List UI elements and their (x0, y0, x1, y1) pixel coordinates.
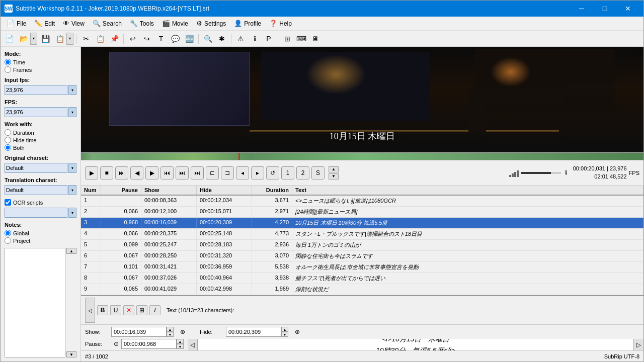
show-spin-up[interactable]: ▲ (167, 327, 174, 332)
toolbar-info[interactable]: ℹ (248, 33, 261, 45)
text-content-display[interactable]: <i>10月15日 木曜日 10時30分 気温5.5度</i> (198, 339, 633, 350)
notes-project-radio[interactable] (5, 237, 11, 244)
hide-icon[interactable]: ⊕ (292, 327, 302, 337)
toolbar-warning[interactable]: ⚠ (234, 33, 247, 45)
pause-spin-down[interactable]: ▼ (177, 344, 184, 349)
table-row[interactable]: 2 0,066 00:00:12,100 00:00:15,071 2,971 … (81, 207, 643, 218)
menu-edit[interactable]: ✏️ Edit (30, 18, 59, 29)
toolbar-comment[interactable]: 💬 (169, 33, 182, 45)
toolbar-undo[interactable]: ↩ (126, 33, 139, 45)
table-row[interactable]: 4 0,066 00:00:20,375 00:00:25,148 4,773 … (81, 229, 643, 240)
strike-button[interactable]: ✕ (123, 305, 134, 315)
menu-view[interactable]: 👁 View (59, 18, 89, 29)
orig-charset-select[interactable]: Default (5, 163, 67, 173)
input-fps-select[interactable]: 23,976 (5, 85, 67, 95)
maximize-button[interactable]: □ (593, 1, 616, 17)
work-hide-option[interactable]: Hide time (5, 137, 76, 143)
toolbar-redo[interactable]: ↪ (140, 33, 153, 45)
mode-time-radio[interactable] (5, 59, 11, 65)
hide-spin-down[interactable]: ▼ (281, 332, 288, 337)
work-duration-radio[interactable] (5, 129, 11, 136)
transport-prev[interactable]: ◀ (130, 166, 143, 179)
transport-play[interactable]: ▶ (85, 166, 98, 179)
toolbar-copy[interactable]: 📋 (94, 33, 107, 45)
menu-settings[interactable]: ⚙ Settings (192, 18, 230, 29)
notes-project-option[interactable]: Project (5, 237, 76, 244)
table-row[interactable]: 8 0,067 00:00:37,026 00:00:40,964 3,938 … (81, 273, 643, 284)
seek-bar-clickable[interactable] (81, 153, 643, 160)
pause-input[interactable] (121, 339, 177, 349)
work-both-option[interactable]: Both (5, 144, 76, 151)
menu-tools[interactable]: 🔧 Tools (126, 18, 158, 29)
volume-slider[interactable] (521, 172, 561, 174)
toolbar-paste[interactable]: 📌 (108, 33, 121, 45)
pause-spin-up[interactable]: ▲ (177, 339, 184, 344)
menu-profile[interactable]: 👤 Profile (230, 18, 265, 29)
toolbar-saveas[interactable]: 📋 (53, 33, 66, 45)
toolbar-cut[interactable]: ✂ (79, 33, 93, 45)
ocr-scripts-checkbox[interactable] (5, 199, 11, 206)
toolbar-extra[interactable]: 🖥 (309, 33, 322, 45)
toolbar-spell[interactable]: ✱ (215, 33, 228, 45)
italic-button[interactable]: I (149, 305, 160, 315)
mode-frames-option[interactable]: Frames (5, 66, 76, 73)
toolbar-saveas-dropdown[interactable]: ▾ (66, 33, 73, 45)
transport-mark3[interactable]: S (311, 166, 325, 179)
table-row[interactable]: 5 0,099 00:00:25,247 00:00:28,183 2,936 … (81, 240, 643, 251)
transport-next[interactable]: ▶ (145, 166, 158, 179)
transport-mark-out[interactable]: ⊐ (221, 166, 234, 179)
notes-scroll-down[interactable]: ▼ (66, 351, 76, 357)
transport-loop[interactable]: ↺ (266, 166, 279, 179)
hide-spin-up[interactable]: ▲ (281, 327, 288, 332)
transport-mark2[interactable]: 2 (296, 166, 309, 179)
notes-global-radio[interactable] (5, 230, 11, 236)
toolbar-save[interactable]: 💾 (39, 33, 52, 45)
table-button[interactable]: ⊞ (136, 305, 147, 315)
mode-time-option[interactable]: Time (5, 59, 76, 65)
table-row[interactable]: 1 00:00:08,363 00:00:12,034 3,671 <>ニュース… (81, 196, 643, 207)
table-row[interactable]: 9 0,065 00:00:41,029 00:00:42,998 1,969 … (81, 284, 643, 295)
fps-select[interactable]: 23,976 (5, 107, 67, 117)
scroll-up-btn[interactable]: ▲ (329, 166, 339, 172)
transport-rewind[interactable]: ⏮ (160, 166, 174, 179)
toolbar-p[interactable]: P (262, 33, 275, 45)
menu-movie[interactable]: 🎬 Movie (158, 18, 192, 29)
show-input[interactable] (111, 327, 167, 337)
menu-search[interactable]: 🔍 Search (89, 18, 126, 29)
transport-mark1[interactable]: 1 (281, 166, 294, 179)
menu-help[interactable]: ❓ Help (265, 18, 296, 29)
transport-mark-in[interactable]: ⊏ (206, 166, 219, 179)
hide-input[interactable] (226, 327, 281, 337)
transport-fast-forward[interactable]: ⏭ (176, 166, 189, 179)
ocr-scripts-arrow[interactable]: ▾ (68, 208, 76, 218)
mode-frames-radio[interactable] (5, 66, 11, 73)
transport-back-frame[interactable]: ◂ (236, 166, 249, 179)
menu-file[interactable]: 📄 File (3, 18, 30, 29)
input-fps-arrow[interactable]: ▾ (68, 85, 76, 95)
toolbar-find[interactable]: 🔍 (201, 33, 214, 45)
toolbar-translate[interactable]: 🔤 (183, 33, 196, 45)
work-both-radio[interactable] (5, 144, 11, 151)
transport-stop[interactable]: ■ (100, 166, 113, 179)
close-button[interactable]: ✕ (616, 1, 639, 17)
toolbar-open-dropdown[interactable]: ▾ (30, 33, 37, 45)
ocr-scripts-checkbox-label[interactable]: OCR scripts (5, 199, 76, 206)
toolbar-new[interactable]: 📄 (3, 33, 16, 45)
toolbar-open[interactable]: 📂 (17, 33, 30, 45)
underline-button[interactable]: U (110, 305, 121, 315)
nav-left-btn[interactable]: ◁ (85, 298, 95, 323)
notes-textarea[interactable] (5, 248, 65, 357)
text-nav-right[interactable]: ▷ (633, 339, 643, 350)
toolbar-video-controls[interactable]: ⊞ (281, 33, 294, 45)
fps-arrow[interactable]: ▾ (68, 107, 76, 117)
minimize-button[interactable]: ─ (570, 1, 593, 17)
trans-charset-select[interactable]: Default (5, 185, 67, 195)
ocr-scripts-select[interactable] (5, 208, 67, 218)
bold-button[interactable]: B (97, 305, 108, 315)
work-duration-option[interactable]: Duration (5, 129, 76, 136)
text-nav-left[interactable]: ◁ (188, 339, 198, 350)
transport-next2[interactable]: ⏭ (191, 166, 204, 179)
transport-fwd-frame[interactable]: ▸ (251, 166, 264, 179)
table-row[interactable]: 3 0,968 00:00:16,039 00:00:20,309 4,270 … (81, 218, 643, 229)
table-row[interactable]: 7 0,101 00:00:31,421 00:00:36,959 5,538 … (81, 262, 643, 273)
